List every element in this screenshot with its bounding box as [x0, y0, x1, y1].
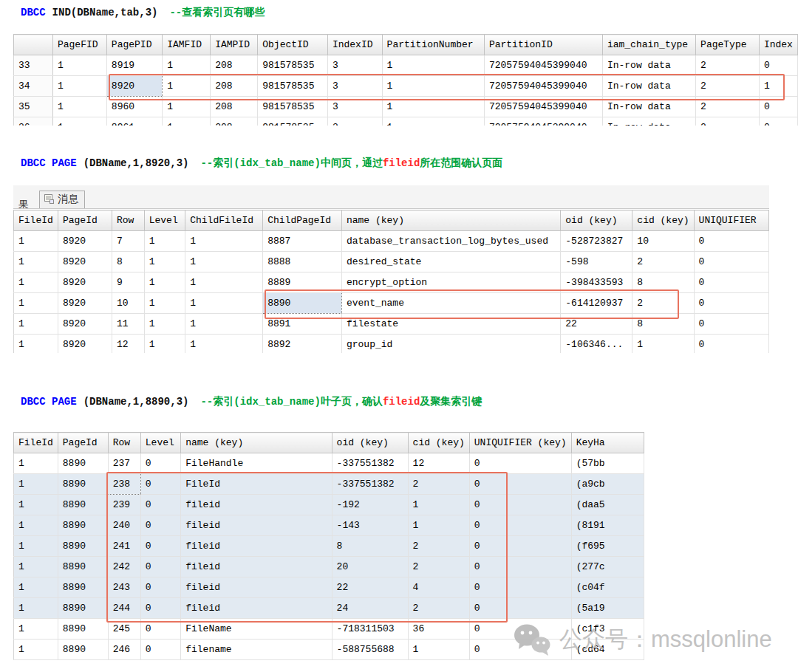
cell[interactable]: 0 — [140, 640, 180, 660]
cell[interactable]: (c04f — [571, 577, 644, 598]
cell[interactable]: 1 — [632, 335, 694, 354]
cell[interactable]: 0 — [140, 495, 180, 515]
cell[interactable]: 1 — [163, 117, 211, 126]
cell[interactable]: 242 — [108, 557, 140, 577]
cell[interactable]: 8891 — [263, 314, 342, 335]
column-header[interactable]: cid (key) — [632, 210, 694, 231]
cell[interactable]: 0 — [694, 231, 768, 252]
cell[interactable]: 1 — [52, 117, 106, 126]
cell[interactable]: 1 — [14, 598, 58, 619]
cell[interactable]: 981578535 — [258, 117, 328, 126]
cell[interactable]: 3 — [327, 117, 382, 126]
column-header[interactable]: PageType — [696, 35, 760, 55]
cell[interactable]: 241 — [108, 536, 140, 557]
cell[interactable]: 72057594045399040 — [484, 117, 602, 126]
cell[interactable]: 8920 — [106, 76, 162, 97]
cell[interactable]: 1 — [14, 252, 58, 272]
cell[interactable]: 208 — [211, 117, 258, 126]
cell[interactable]: 10 — [632, 231, 694, 252]
cell[interactable]: In-row data — [602, 97, 695, 117]
cell[interactable]: 1 — [185, 314, 263, 335]
cell[interactable]: 8890 — [58, 619, 108, 640]
cell[interactable]: 1 — [14, 495, 58, 515]
cell[interactable]: 1 — [14, 453, 58, 474]
cell[interactable]: 238 — [108, 474, 140, 495]
cell[interactable]: 0 — [140, 598, 180, 619]
cell[interactable]: 8892 — [263, 335, 342, 354]
cell[interactable]: -192 — [332, 495, 408, 515]
cell[interactable]: -106346... — [561, 335, 632, 354]
cell[interactable]: 1 — [185, 293, 263, 314]
column-header[interactable]: PartitionNumber — [382, 35, 484, 55]
cell[interactable]: 2 — [408, 557, 469, 577]
cell[interactable]: 1 — [408, 640, 469, 660]
cell[interactable]: 0 — [694, 293, 768, 314]
cell[interactable]: (f695 — [571, 536, 644, 557]
cell[interactable]: 1 — [185, 231, 263, 252]
column-header[interactable]: PageId — [58, 210, 112, 231]
cell[interactable]: filename — [181, 640, 332, 660]
cell[interactable]: 12 — [408, 453, 469, 474]
cell[interactable]: 244 — [108, 598, 140, 619]
cell[interactable]: 0 — [140, 619, 180, 640]
cell[interactable]: 0 — [469, 474, 571, 495]
cell[interactable]: 8920 — [58, 272, 112, 293]
cell[interactable]: 0 — [469, 495, 571, 515]
column-header[interactable]: IAMFID — [163, 35, 211, 55]
cell[interactable]: (8191 — [571, 515, 644, 536]
column-header[interactable]: Row — [112, 210, 144, 231]
cell[interactable]: 0 — [469, 577, 571, 598]
cell[interactable]: 11 — [112, 314, 144, 335]
column-header[interactable]: IndexID — [327, 35, 382, 55]
cell[interactable]: 8890 — [58, 640, 108, 660]
cell[interactable]: 20 — [332, 557, 408, 577]
cell[interactable]: 1 — [144, 335, 185, 354]
cell[interactable]: 1 — [144, 293, 185, 314]
row-header-cell[interactable]: 35 — [14, 97, 53, 117]
cell[interactable]: 208 — [211, 55, 258, 76]
cell[interactable]: 8890 — [58, 495, 108, 515]
cell[interactable]: (5a19 — [571, 598, 644, 619]
cell[interactable]: 1 — [52, 76, 106, 97]
cell[interactable]: 0 — [759, 97, 797, 117]
cell[interactable]: -718311503 — [332, 619, 408, 640]
cell[interactable]: 8961 — [106, 117, 162, 126]
cell[interactable]: 1 — [144, 314, 185, 335]
cell[interactable]: 8920 — [58, 293, 112, 314]
cell[interactable]: fileid — [181, 577, 332, 598]
cell[interactable]: 0 — [140, 453, 180, 474]
cell[interactable]: -337551382 — [332, 474, 408, 495]
cell[interactable]: 1 — [14, 557, 58, 577]
cell[interactable]: 0 — [469, 515, 571, 536]
cell[interactable]: 0 — [759, 117, 797, 126]
cell[interactable]: 243 — [108, 577, 140, 598]
cell[interactable]: 1 — [163, 55, 211, 76]
cell[interactable]: 1 — [382, 55, 484, 76]
cell[interactable]: 0 — [140, 515, 180, 536]
cell[interactable]: 1 — [185, 252, 263, 272]
column-header[interactable]: oid (key) — [561, 210, 632, 231]
cell[interactable]: 0 — [140, 577, 180, 598]
column-header[interactable]: UNIQUIFIER — [694, 210, 768, 231]
cell[interactable]: 22 — [561, 314, 632, 335]
cell[interactable]: In-row data — [602, 55, 695, 76]
column-header[interactable]: FileId — [14, 433, 58, 453]
cell[interactable]: 0 — [140, 557, 180, 577]
cell[interactable]: 1 — [382, 76, 484, 97]
cell[interactable]: 0 — [469, 598, 571, 619]
cell[interactable]: 9 — [112, 272, 144, 293]
cell[interactable]: encrypt_option — [341, 272, 560, 293]
cell[interactable]: 1 — [163, 97, 211, 117]
cell[interactable]: 72057594045399040 — [484, 76, 602, 97]
cell[interactable]: 237 — [108, 453, 140, 474]
cell[interactable]: 239 — [108, 495, 140, 515]
cell[interactable]: 8 — [632, 314, 694, 335]
cell[interactable]: fileid — [181, 536, 332, 557]
cell[interactable]: 8890 — [263, 293, 342, 314]
cell[interactable]: group_id — [341, 335, 560, 354]
cell[interactable]: 8890 — [58, 536, 108, 557]
cell[interactable]: 245 — [108, 619, 140, 640]
column-header[interactable]: Index — [759, 35, 797, 55]
column-header[interactable]: ChildPageId — [263, 210, 342, 231]
column-header[interactable] — [14, 35, 53, 55]
